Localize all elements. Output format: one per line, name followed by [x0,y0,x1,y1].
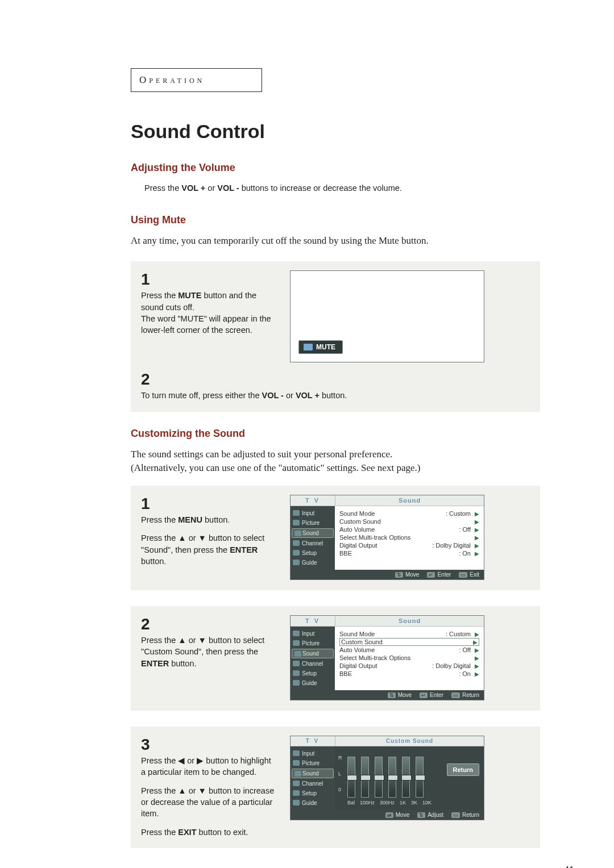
sidebar-item-input[interactable]: Input [291,749,335,758]
sidebar-item-channel[interactable]: Channel [291,659,335,669]
sidebar-item-guide[interactable]: Guide [291,678,335,688]
sidebar-item-sound[interactable]: Sound [292,649,334,658]
section-header-text: Operation [139,74,205,85]
txt: Press the ▲ or ▼ button to select "Custo… [141,636,264,656]
sidebar-item-picture[interactable]: Picture [291,639,335,648]
osd-hint-enter: ↵Enter [420,692,443,698]
txt: button to exit. [197,828,248,837]
custom-step3-panel: 3 Press the ◀ or ▶ button to highlight a… [131,727,540,848]
enter-button-label: ENTER [141,659,169,668]
txt: button. [320,391,347,400]
sidebar-item-setup[interactable]: Setup [291,788,335,798]
eq-axis: Bal 100Hz 300Hz 1K 3K 10K [339,798,479,806]
sidebar-item-input[interactable]: Input [291,508,335,518]
txt: BBE [339,670,459,677]
osd-footer: ⇅Move ↵Enter ▭Return [291,690,484,700]
chevron-right-icon: ▶ [473,550,479,557]
osd-sidebar: Input Picture Sound Channel Setup Guide [291,506,335,570]
chevron-right-icon: ▶ [471,639,478,645]
slider-thumb[interactable] [415,775,425,781]
osd-sidebar: Input Picture Sound Channel Setup Guide [291,627,335,690]
osd-title: Sound [335,616,484,626]
step-number-1: 1 [141,495,277,513]
sidebar-item-guide[interactable]: Guide [291,558,335,567]
txt: Enter [437,571,451,578]
txt: or [284,391,296,400]
mute-overlay: MUTE [298,340,343,354]
txt: : On [459,550,473,557]
step-number-2: 2 [141,370,530,389]
slider-thumb[interactable] [360,775,371,781]
osd-row-auto-volume[interactable]: Auto Volume: Off▶ [339,525,479,533]
osd-title: Custom Sound [335,736,484,746]
subhead-using-mute: Using Mute [131,214,540,226]
txt: or [205,183,217,193]
txt: 0 [338,782,342,798]
txt: The sound settings can be adjusted to su… [131,449,392,460]
sidebar-item-setup[interactable]: Setup [291,669,335,678]
osd-tv-label: T V [291,616,335,626]
step-number-2: 2 [141,615,277,633]
eq-slider-1k[interactable] [388,757,396,798]
page-title: Sound Control [131,120,540,143]
enter-button-label: ENTER [230,545,258,554]
osd-row-bbe[interactable]: BBE: On▶ [339,549,479,557]
txt: Press the ▲ or ▼ button to increase or d… [141,786,274,819]
custom-step1-panel: 1 Press the MENU button. Press the ▲ or … [131,486,540,590]
txt: Custom Sound [341,639,471,645]
eq-slider-3k[interactable] [402,757,410,798]
sidebar-item-picture[interactable]: Picture [291,518,335,528]
sidebar-item-channel[interactable]: Channel [291,779,335,788]
txt: (Alternatively, you can use one of the "… [131,462,420,473]
txt: : Custom [446,631,473,637]
sidebar-item-setup[interactable]: Setup [291,548,335,558]
eq-slider-100hz[interactable] [361,757,369,798]
vol-minus-label: VOL - [262,391,284,400]
osd-title: Sound [335,495,484,506]
osd-row-auto-volume[interactable]: Auto Volume: Off▶ [339,646,479,654]
eq-slider-bal[interactable] [347,757,355,798]
txt: Enter [430,692,443,698]
osd-row-sound-mode[interactable]: Sound Mode: Custom▶ [339,510,479,518]
txt: : Custom [446,510,473,517]
osd-row-multitrack[interactable]: Select Multi-track Options▶ [339,654,479,662]
txt: Return [462,692,479,698]
vol-minus-label: VOL - [217,183,239,193]
osd-row-bbe[interactable]: BBE: On▶ [339,670,479,678]
mute-button-label: MUTE [178,291,201,300]
slider-thumb[interactable] [374,775,384,781]
txt: : On [459,670,473,677]
sidebar-item-input[interactable]: Input [291,629,335,639]
sidebar-item-sound[interactable]: Sound [292,769,334,778]
osd-row-custom-sound[interactable]: Custom Sound▶ [339,518,479,525]
slider-thumb[interactable] [401,775,412,781]
chevron-right-icon: ▶ [473,519,479,525]
txt: Move [405,571,419,578]
eq-slider-10k[interactable] [416,757,424,798]
txt: Move [396,812,409,818]
sidebar-item-picture[interactable]: Picture [291,758,335,768]
slider-thumb[interactable] [347,775,357,781]
osd-row-multitrack[interactable]: Select Multi-track Options▶ [339,533,479,541]
step-number-3: 3 [141,736,277,754]
slider-thumb[interactable] [388,775,398,781]
txt: Press the [144,183,181,193]
custom-step3-text: Press the ◀ or ▶ button to highlight a p… [141,755,277,838]
txt: Bal [347,800,355,806]
subhead-customizing-sound: Customizing the Sound [131,428,540,440]
osd-row-custom-sound[interactable]: Custom Sound▶ [339,638,479,646]
custom-step1-text: Press the MENU button. Press the ▲ or ▼ … [141,514,277,567]
osd-row-sound-mode[interactable]: Sound Mode: Custom▶ [339,630,479,638]
chevron-right-icon: ▶ [473,511,479,517]
return-button[interactable]: Return [447,763,479,776]
mute-panel: 1 Press the MUTE button and the sound cu… [131,261,540,411]
sidebar-item-sound[interactable]: Sound [292,528,334,538]
sidebar-item-guide[interactable]: Guide [291,798,335,808]
eq-slider-300hz[interactable] [375,757,383,798]
updown-icon: ⇅ [417,812,425,818]
sidebar-item-channel[interactable]: Channel [291,539,335,548]
osd-row-digital-output[interactable]: Digital Output: Dolby Digital▶ [339,662,479,670]
osd-row-digital-output[interactable]: Digital Output: Dolby Digital▶ [339,541,479,549]
txt: : Dolby Digital [432,662,473,669]
txt: L [338,766,342,782]
